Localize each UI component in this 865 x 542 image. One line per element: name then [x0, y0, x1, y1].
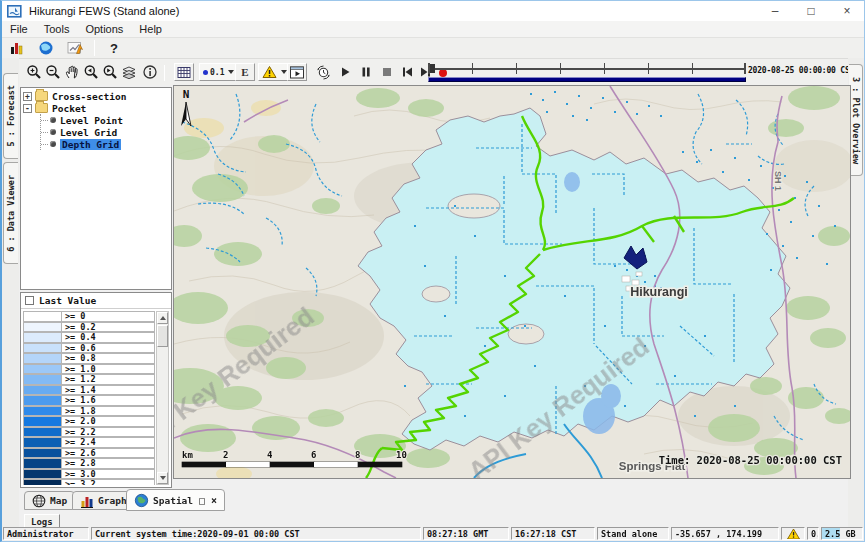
chart-display-button[interactable]	[65, 39, 85, 57]
expand-icon[interactable]: +	[23, 92, 32, 101]
legend-row[interactable]: >= 2.8	[23, 458, 155, 469]
legend-row[interactable]: >= 2.2	[23, 427, 155, 438]
legend-row[interactable]: >= 2.4	[23, 437, 155, 448]
map-viewport[interactable]: API Key Required API Key Required N km 2…	[173, 85, 851, 479]
legend-label: >= 1.6	[61, 395, 155, 406]
animation-clock-icon	[315, 64, 332, 81]
tab-forecast[interactable]: 5 : Forecast	[3, 73, 18, 159]
layers-button[interactable]	[119, 63, 139, 81]
close-button[interactable]: ×	[830, 1, 864, 21]
tree-item-depth-grid[interactable]: Depth Grid	[41, 138, 171, 150]
timeline-slider[interactable]	[428, 61, 746, 83]
legend-label: >= 1.8	[61, 406, 155, 417]
folder-icon	[35, 91, 48, 101]
info-icon	[142, 64, 158, 80]
tree-item-pocket[interactable]: - Pocket	[23, 102, 171, 114]
threshold-dropdown[interactable]: 0.1	[199, 63, 238, 81]
tab-spatial[interactable]: Spatial □ ×	[126, 489, 225, 511]
slider-tick	[648, 63, 649, 74]
legend-row[interactable]: >= 2.0	[23, 416, 155, 427]
elevation-button[interactable]: E	[235, 63, 255, 81]
legend-label: >= 0	[61, 311, 155, 322]
skip-to-start-button[interactable]	[397, 63, 417, 81]
slider-tick	[692, 63, 693, 74]
status-warning	[781, 527, 805, 540]
info-button[interactable]	[140, 63, 160, 81]
menu-bar: File Tools Options Help	[2, 21, 864, 38]
tab-plot-overview[interactable]: 3 : Plot Overview	[849, 64, 863, 176]
legend-row[interactable]: >= 1.8	[23, 406, 155, 417]
menu-tools[interactable]: Tools	[36, 22, 78, 36]
legend-row[interactable]: >= 0.6	[23, 343, 155, 354]
stop-button[interactable]	[377, 63, 397, 81]
map-display-button[interactable]	[36, 39, 56, 57]
tree-item-cross-section[interactable]: + Cross-section	[23, 90, 171, 102]
tree-item-label: Pocket	[52, 103, 86, 114]
legend-row[interactable]: >= 0.2	[23, 322, 155, 333]
tab-plot-overview-label: 3 : Plot Overview	[851, 77, 861, 164]
legend-row[interactable]: >= 1.4	[23, 385, 155, 396]
last-value-checkbox[interactable]	[25, 296, 34, 305]
legend-label: >= 1.2	[61, 374, 155, 385]
zoom-previous-button[interactable]	[81, 63, 101, 81]
maximize-button[interactable]: □	[794, 1, 828, 21]
tab-restore-icon[interactable]: □	[199, 495, 205, 506]
play-button[interactable]	[335, 63, 355, 81]
help-button[interactable]: ?	[104, 39, 124, 57]
grid-display-button[interactable]	[174, 63, 194, 81]
map-canvas: API Key Required API Key Required N km 2…	[174, 86, 850, 478]
tree-item-label: Level Grid	[60, 127, 117, 138]
legend-row[interactable]: >= 3.0	[23, 469, 155, 480]
scroll-up-button[interactable]	[157, 312, 168, 324]
legend-row[interactable]: >= 1.6	[23, 395, 155, 406]
legend-row[interactable]: >= 1.2	[23, 374, 155, 385]
layer-tree-panel: + Cross-section - Pocket Level Point Lev…	[20, 87, 172, 290]
tab-map[interactable]: Map	[24, 491, 75, 510]
tab-close-icon[interactable]: ×	[211, 495, 217, 506]
chevron-down-icon	[228, 70, 234, 74]
slider-handle[interactable]	[430, 64, 435, 73]
title-bar: Hikurangi FEWS (Stand alone) – □ ×	[2, 1, 864, 21]
zoom-next-button[interactable]	[100, 63, 120, 81]
database-viewer-button[interactable]	[7, 39, 27, 57]
color-swatch	[23, 448, 61, 459]
minimize-button[interactable]: –	[758, 1, 792, 21]
tree-item-level-grid[interactable]: Level Grid	[41, 126, 171, 138]
timeline-span-bar	[428, 77, 746, 82]
tab-data-viewer[interactable]: 6 : Data Viewer	[3, 162, 18, 264]
zoom-previous-icon	[83, 64, 100, 81]
zoom-out-button[interactable]	[43, 63, 63, 81]
legend-row[interactable]: >= 2.6	[23, 448, 155, 459]
color-swatch	[23, 469, 61, 480]
legend-label: >= 2.2	[61, 427, 155, 438]
slider-track[interactable]	[430, 68, 744, 70]
scale-tick-label: 4	[267, 450, 273, 460]
scroll-thumb[interactable]	[157, 325, 168, 347]
menu-file[interactable]: File	[2, 22, 36, 36]
color-swatch	[23, 374, 61, 385]
animation-settings-button[interactable]	[313, 63, 333, 81]
menu-help[interactable]: Help	[131, 22, 170, 36]
legend-row[interactable]: >= 1.0	[23, 364, 155, 375]
graph-bars-icon	[80, 494, 94, 508]
menu-options[interactable]: Options	[77, 22, 131, 36]
legend-scrollbar[interactable]	[156, 311, 169, 485]
tab-data-viewer-label: 6 : Data Viewer	[6, 175, 16, 252]
legend-row[interactable]: >= 0	[23, 311, 155, 322]
collapse-icon[interactable]: -	[23, 104, 32, 113]
pause-icon	[359, 65, 373, 79]
road-label: SH 1	[773, 171, 783, 191]
movie-player-button[interactable]	[287, 63, 307, 81]
pan-button[interactable]	[62, 63, 82, 81]
color-swatch	[23, 416, 61, 427]
status-bar: Administrator Current system time:2020-0…	[2, 527, 864, 541]
legend-row[interactable]: >= 0.8	[23, 353, 155, 364]
legend-row[interactable]: >= 3.2	[23, 479, 155, 485]
zoom-in-button[interactable]	[24, 63, 44, 81]
scale-tick-label: 2	[223, 450, 228, 460]
tree-item-level-point[interactable]: Level Point	[41, 114, 171, 126]
pause-button[interactable]	[356, 63, 376, 81]
tree-children: Level Point Level Grid Depth Grid	[40, 114, 171, 150]
legend-row[interactable]: >= 0.4	[23, 332, 155, 343]
scroll-down-button[interactable]	[157, 472, 168, 484]
